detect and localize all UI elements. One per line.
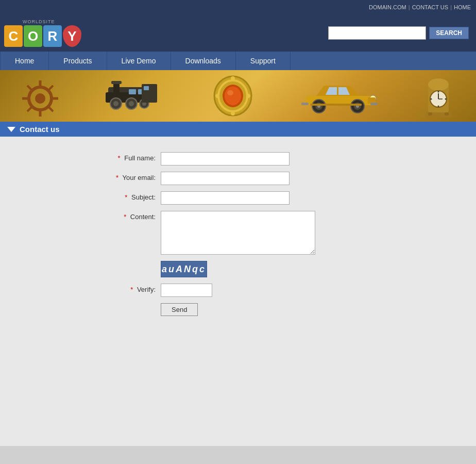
banner-gem-icon xyxy=(210,74,256,118)
content-required-star: * xyxy=(124,213,126,221)
logo-tile-y: Y xyxy=(63,25,81,47)
logo: WORLDSITE C O R Y xyxy=(4,19,81,47)
email-label: * Your email: xyxy=(58,172,161,181)
svg-point-31 xyxy=(231,76,235,80)
domain-link[interactable]: DOMAIN.COM xyxy=(369,4,406,10)
svg-point-55 xyxy=(445,98,446,100)
contact-form: * Full name: * Your email: * Subject: * xyxy=(58,152,418,316)
svg-point-53 xyxy=(437,105,439,107)
banner-car-icon xyxy=(301,78,378,114)
fullname-label: * Full name: xyxy=(58,152,161,162)
svg-line-9 xyxy=(27,107,32,111)
subject-input[interactable] xyxy=(161,191,290,205)
section-triangle-icon xyxy=(7,127,15,132)
nav-item-home[interactable]: Home xyxy=(0,52,49,70)
fullname-required-star: * xyxy=(118,154,121,162)
navbar: Home Products Live Demo Downloads Suppor… xyxy=(0,52,476,70)
svg-rect-47 xyxy=(310,104,362,106)
worldsite-label: WORLDSITE xyxy=(23,19,55,24)
svg-rect-39 xyxy=(370,103,378,105)
nav-item-products[interactable]: Products xyxy=(49,52,107,70)
verify-label: * Verify: xyxy=(58,284,161,293)
svg-rect-23 xyxy=(144,86,149,90)
home-link[interactable]: HOME xyxy=(454,4,471,10)
svg-point-27 xyxy=(225,87,241,105)
banner-train-icon xyxy=(103,77,165,115)
svg-rect-40 xyxy=(301,103,309,105)
svg-point-32 xyxy=(231,111,235,115)
separator-1: | xyxy=(409,4,410,10)
search-input[interactable] xyxy=(328,26,426,40)
subject-row: * Subject: xyxy=(58,191,418,205)
nav-item-downloads[interactable]: Downloads xyxy=(171,52,236,70)
section-title: Contact us xyxy=(20,125,60,134)
logo-tile-o: O xyxy=(24,25,42,47)
section-header: Contact us xyxy=(0,122,476,137)
banner xyxy=(0,70,476,122)
fullname-row: * Full name: xyxy=(58,152,418,165)
content-label: * Content: xyxy=(58,211,161,221)
contact-us-link[interactable]: CONTACT US xyxy=(412,4,449,10)
banner-gear-icon xyxy=(22,75,58,117)
svg-point-50 xyxy=(428,78,449,91)
content-textarea[interactable] xyxy=(161,211,315,255)
search-button[interactable]: SEARCH xyxy=(429,27,469,39)
svg-point-30 xyxy=(246,94,250,98)
nav-item-support[interactable]: Support xyxy=(236,52,291,70)
subject-required-star: * xyxy=(125,193,127,201)
search-area: SEARCH xyxy=(328,26,469,40)
svg-marker-34 xyxy=(316,86,360,96)
subject-label: * Subject: xyxy=(58,191,161,201)
svg-point-1 xyxy=(35,93,45,104)
svg-point-17 xyxy=(113,101,118,106)
email-input[interactable] xyxy=(161,172,290,185)
svg-rect-14 xyxy=(129,89,136,94)
content-row: * Content: xyxy=(58,211,418,255)
fullname-input[interactable] xyxy=(161,152,290,165)
send-row: Send xyxy=(58,303,418,316)
svg-rect-58 xyxy=(428,112,432,115)
captcha-row: auANqc xyxy=(58,261,418,277)
captcha-image: auANqc xyxy=(161,261,207,277)
svg-line-8 xyxy=(48,86,53,90)
svg-point-29 xyxy=(215,94,219,98)
send-label-spacer xyxy=(58,303,161,305)
verify-required-star: * xyxy=(130,286,133,293)
verify-row: * Verify: xyxy=(58,284,418,297)
header: WORLDSITE C O R Y SEARCH xyxy=(0,14,476,52)
svg-point-54 xyxy=(430,98,432,100)
logo-tile-c: C xyxy=(4,25,23,47)
logo-letters: C O R Y xyxy=(4,25,81,47)
svg-point-52 xyxy=(437,91,439,92)
top-bar: DOMAIN.COM | CONTACT US | HOME xyxy=(0,0,476,14)
svg-point-28 xyxy=(227,90,233,95)
email-row: * Your email: xyxy=(58,172,418,185)
main-content: * Full name: * Your email: * Subject: * xyxy=(0,137,476,446)
svg-rect-13 xyxy=(111,81,122,84)
svg-line-6 xyxy=(27,86,32,90)
separator-2: | xyxy=(450,4,452,10)
send-button[interactable]: Send xyxy=(161,303,198,316)
logo-tile-r: R xyxy=(43,25,62,47)
svg-point-19 xyxy=(129,101,134,106)
svg-rect-59 xyxy=(445,112,449,115)
nav-item-live-demo[interactable]: Live Demo xyxy=(107,52,171,70)
captcha-label-spacer xyxy=(58,261,161,263)
banner-clock-icon xyxy=(423,74,454,118)
verify-input[interactable] xyxy=(161,284,212,297)
email-required-star: * xyxy=(116,174,118,181)
svg-line-7 xyxy=(48,107,53,111)
